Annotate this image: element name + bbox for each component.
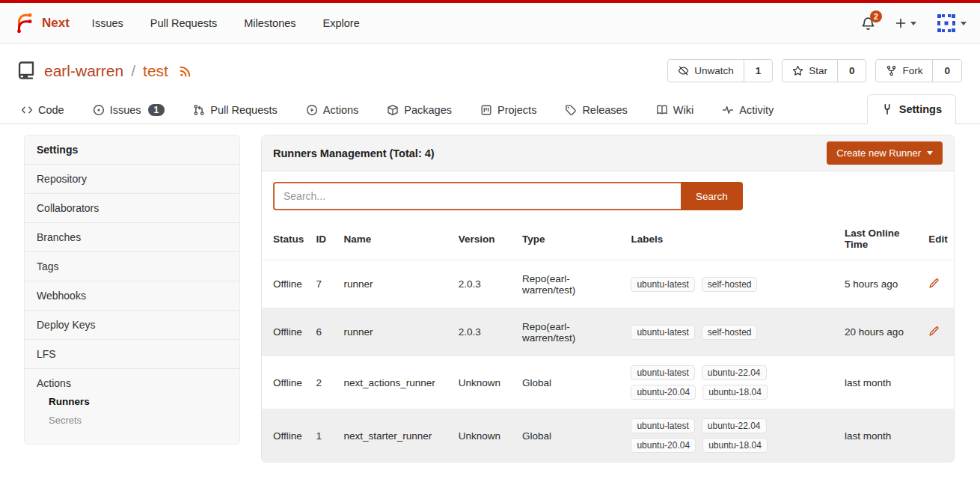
nav-pull-requests[interactable]: Pull Requests [150,17,217,29]
search-row: Search [262,171,954,218]
forks-count[interactable]: 0 [932,60,961,82]
sidebar-item-secrets[interactable]: Secrets [49,411,227,430]
runner-version: Unknown [453,356,516,409]
runner-label-badge: self-hosted [702,277,758,292]
search-button[interactable]: Search [681,182,743,210]
runner-version: 2.0.3 [453,308,516,356]
runner-type: Global [516,409,625,463]
play-circle-icon [306,104,318,116]
runner-type: Global [516,356,625,409]
tab-activity[interactable]: Activity [719,97,777,123]
runner-id: 2 [310,356,337,409]
runner-label-badge: ubuntu-latest [631,365,694,380]
repo-tabs: Code Issues 1 Pull Requests Actions Pack… [0,93,980,124]
repo-actions: Unwatch 1 Star 0 [667,59,962,82]
home-link[interactable]: Next [13,12,70,34]
package-icon [387,104,399,116]
tab-issues[interactable]: Issues 1 [90,97,168,123]
sidebar-item-lfs[interactable]: LFS [25,340,239,369]
runner-last-online: last month [839,409,922,463]
pull-request-icon [193,104,205,116]
rss-icon[interactable] [179,64,192,78]
tab-settings[interactable]: Settings [867,94,956,124]
create-menu-button[interactable] [895,17,916,29]
tab-label: Pull Requests [210,104,277,116]
project-board-icon [480,104,492,116]
sidebar-item-tags[interactable]: Tags [25,252,239,281]
runner-last-online: 5 hours ago [839,260,922,308]
fork-button[interactable]: Fork [876,60,932,82]
sidebar-actions-label[interactable]: Actions [37,377,71,389]
stars-count[interactable]: 0 [837,60,866,82]
nav-explore[interactable]: Explore [323,17,360,29]
edit-runner-button[interactable] [928,326,940,337]
content: Settings Repository Collaborators Branch… [0,124,980,463]
col-last-online: Last Online Time [839,218,922,260]
notifications-button[interactable]: 2 [861,16,875,31]
search-input[interactable] [273,182,681,210]
tab-label: Issues [110,104,141,116]
book-icon [656,104,668,116]
unwatch-button[interactable]: Unwatch [668,60,744,82]
table-row: Offline 6 runner 2.0.3 Repo(earl-warren/… [262,308,954,356]
star-button-group: Star 0 [782,59,866,82]
nav-milestones[interactable]: Milestones [244,17,295,29]
tab-actions[interactable]: Actions [303,97,362,123]
tab-label: Releases [582,104,627,116]
create-runner-button[interactable]: Create new Runner [827,141,943,165]
fork-button-group: Fork 0 [875,59,962,82]
runner-label-badge: ubuntu-22.04 [702,365,767,380]
issue-circle-icon [93,104,105,116]
runner-id: 7 [310,260,337,308]
sidebar-item-deploy-keys[interactable]: Deploy Keys [25,311,239,340]
tab-code[interactable]: Code [18,97,67,123]
star-label: Star [809,65,827,76]
runner-name: next_actions_runner [337,356,452,409]
tab-label: Packages [404,104,452,116]
watchers-count[interactable]: 1 [744,60,773,82]
fork-icon [886,65,897,76]
sidebar-item-branches[interactable]: Branches [25,223,239,252]
sidebar-title: Settings [25,135,239,165]
settings-sidebar: Settings Repository Collaborators Branch… [24,135,240,445]
runner-labels: ubuntu-latest self-hosted [631,325,777,340]
sidebar-item-repository[interactable]: Repository [25,165,239,194]
runner-version: Unknown [453,409,516,463]
tab-label: Code [38,104,64,116]
tab-wiki[interactable]: Wiki [653,97,696,123]
col-labels: Labels [625,218,839,260]
repo-separator: / [131,62,135,80]
tab-projects[interactable]: Projects [477,97,539,123]
repo-header: earl-warren / test Unwatch 1 [0,44,980,93]
tab-label: Activity [739,104,774,116]
navbar-right: 2 [861,13,967,34]
avatar [936,13,957,34]
repo-name-link[interactable]: test [143,62,168,80]
sidebar-item-collaborators[interactable]: Collaborators [25,194,239,223]
sidebar-item-runners[interactable]: Runners [49,392,227,411]
nav-issues[interactable]: Issues [92,17,123,29]
tab-releases[interactable]: Releases [562,97,630,123]
repo-owner-link[interactable]: earl-warren [44,62,123,80]
runner-name: runner [337,308,452,356]
runner-name: runner [337,260,452,308]
runner-status: Offline [262,356,310,409]
table-header-row: Status ID Name Version Type Labels Last … [262,218,954,260]
col-name: Name [337,218,452,260]
repository-icon [16,61,37,81]
runner-name: next_starter_runner [337,409,452,463]
runner-version: 2.0.3 [453,260,516,308]
star-button[interactable]: Star [783,60,837,82]
runner-label-badge: ubuntu-22.04 [702,418,767,433]
user-menu-button[interactable] [936,13,967,34]
sidebar-item-webhooks[interactable]: Webhooks [25,281,239,311]
runner-type: Repo(earl-warren/test) [516,260,625,308]
runners-table: Status ID Name Version Type Labels Last … [262,218,954,462]
repo-title: earl-warren / test [16,61,192,81]
sidebar-actions-sublist: Runners Secrets [37,389,227,436]
tab-packages[interactable]: Packages [384,97,455,123]
runner-label-badge: ubuntu-latest [631,277,694,292]
runner-label-badge: ubuntu-20.04 [631,385,696,400]
edit-runner-button[interactable] [928,278,940,289]
tab-pull-requests[interactable]: Pull Requests [190,97,280,123]
